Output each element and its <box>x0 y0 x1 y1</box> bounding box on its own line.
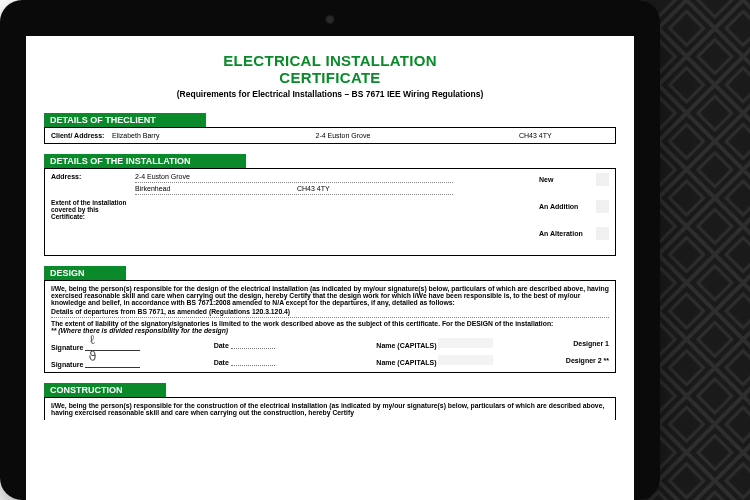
name1-label: Name (CAPITALS) <box>376 342 436 349</box>
design-box: I/We, being the person(s) responsible fo… <box>44 280 616 373</box>
section-header-design: DESIGN <box>44 266 126 280</box>
title-line-2: CERTIFICATE <box>44 69 616 86</box>
client-name: Elizabeth Barry <box>112 132 310 139</box>
checkbox-new[interactable] <box>596 173 609 186</box>
signature-field-2[interactable]: ϑ <box>85 353 140 368</box>
opt-addition-label: An Addition <box>539 203 578 210</box>
departures-label: Details of departures from BS 7671, as a… <box>51 308 609 315</box>
construction-box: I/We, being the person(s) responsible fo… <box>44 397 616 420</box>
design-paragraph: I/We, being the person(s) responsible fo… <box>51 285 609 306</box>
tablet-device: ELECTRICAL INSTALLATION CERTIFICATE (Req… <box>0 0 660 500</box>
checkbox-addition[interactable] <box>596 200 609 213</box>
construction-paragraph: I/We, being the person(s) responsible fo… <box>51 402 609 416</box>
designer2-label: Designer 2 ** <box>539 357 609 364</box>
certificate-document: ELECTRICAL INSTALLATION CERTIFICATE (Req… <box>26 36 634 420</box>
signature-row-1: Signature ℓ Date Name (CAPITALS) Designe… <box>51 336 609 351</box>
install-addr1: 2-4 Euston Grove <box>135 173 453 180</box>
signature-row-2: Signature ϑ Date Name (CAPITALS) Designe… <box>51 353 609 368</box>
client-postcode: CH43 4TY <box>519 132 609 139</box>
sig1-label: Signature <box>51 344 83 351</box>
tablet-screen: ELECTRICAL INSTALLATION CERTIFICATE (Req… <box>26 36 634 500</box>
name-field-1[interactable] <box>438 338 493 348</box>
extent-label: Extent of the installation covered by th… <box>51 199 129 220</box>
doc-subtitle: (Requirements for Electrical Installatio… <box>44 89 616 99</box>
date2-label: Date <box>214 359 229 366</box>
name-field-2[interactable] <box>438 355 493 365</box>
section-header-client: DETAILS OF THECLIENT <box>44 113 206 127</box>
camera-icon <box>326 15 335 24</box>
opt-alteration-label: An Alteration <box>539 230 583 237</box>
client-address-label: Client/ Address: <box>51 132 106 139</box>
designer1-label: Designer 1 <box>539 340 609 347</box>
client-box: Client/ Address: Elizabeth Barry 2-4 Eus… <box>44 127 616 144</box>
section-header-installation: DETAILS OF THE INSTALLATION <box>44 154 246 168</box>
canvas: ELECTRICAL INSTALLATION CERTIFICATE (Req… <box>0 0 750 500</box>
divided-note: ** (Where there is divided responsibilit… <box>51 327 609 334</box>
name2-label: Name (CAPITALS) <box>376 359 436 366</box>
client-addr1: 2-4 Euston Grove <box>316 132 514 139</box>
date-field-1[interactable] <box>231 339 275 349</box>
section-header-construction: CONSTRUCTION <box>44 383 166 397</box>
date-field-2[interactable] <box>231 356 275 366</box>
signature-icon: ℓ <box>88 332 96 349</box>
sig2-label: Signature <box>51 361 83 368</box>
opt-new-label: New <box>539 176 553 183</box>
liability-text: The extent of liability of the signatory… <box>51 320 609 327</box>
install-address-label: Address: <box>51 173 129 180</box>
doc-title: ELECTRICAL INSTALLATION CERTIFICATE <box>44 52 616 86</box>
install-options: New An Addition An Alteration <box>539 173 609 240</box>
title-line-1: ELECTRICAL INSTALLATION <box>223 52 437 69</box>
install-city: Birkenhead <box>135 185 291 192</box>
signature-icon: ϑ <box>88 349 98 366</box>
install-postcode: CH43 4TY <box>297 185 453 192</box>
date1-label: Date <box>214 342 229 349</box>
installation-box: New An Addition An Alteration Address: 2… <box>44 168 616 256</box>
checkbox-alteration[interactable] <box>596 227 609 240</box>
